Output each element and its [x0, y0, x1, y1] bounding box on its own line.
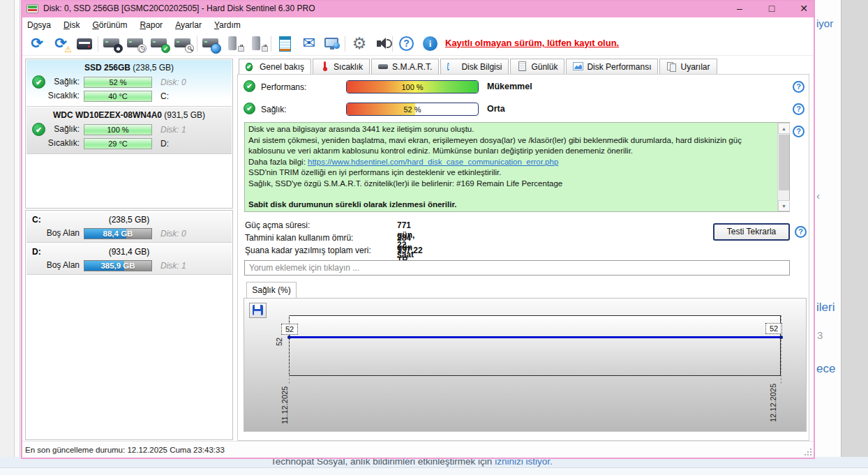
help-icon[interactable]: ? — [795, 226, 807, 238]
info-icon[interactable]: i — [420, 34, 441, 54]
notes-icon[interactable] — [275, 34, 296, 54]
health-bar: 52 % — [84, 77, 152, 88]
temp-bar: 40 °C — [84, 91, 152, 102]
menu-dosya[interactable]: Dosya — [21, 19, 57, 31]
tab-smart[interactable]: S.M.A.R.T. — [371, 59, 439, 75]
chart-plot-area — [289, 315, 781, 376]
tab-bar: ✔Genel bakış Sıcaklık S.M.A.R.T. iDisk B… — [239, 59, 719, 75]
menu-gorunum[interactable]: Görünüm — [86, 19, 133, 31]
maximize-button[interactable]: □ — [762, 1, 781, 15]
mail-icon[interactable]: ✉ — [299, 34, 320, 54]
close-button[interactable]: ✕ — [794, 1, 814, 15]
save-floppy-icon — [253, 305, 263, 315]
tab-uyarilar[interactable]: Uyarılar — [659, 59, 717, 75]
tab-disk-bilgisi[interactable]: iDisk Bilgisi — [440, 59, 509, 75]
disk-ref: Disk: 0 — [160, 77, 186, 87]
chart-point-label: 52 — [281, 324, 298, 335]
resize-grip[interactable] — [804, 448, 812, 456]
tab-gunluk[interactable]: Günlük — [510, 59, 564, 75]
globe-disk-icon[interactable] — [201, 34, 222, 54]
tab-sicaklik[interactable]: Sıcaklık — [313, 59, 370, 75]
sounds-speaker-icon[interactable] — [373, 34, 394, 54]
disk-clock-icon[interactable]: ◷ — [126, 34, 147, 54]
temp-label: Sıcaklık: — [48, 138, 80, 148]
disk-title: SSD 256GB (238,5 GB) — [27, 63, 232, 73]
stat-label: Tahmini kalan kullanım ömrü: — [245, 233, 353, 243]
help-icon[interactable]: ? — [793, 103, 805, 115]
scroll-thumb[interactable] — [779, 135, 789, 190]
status-text: En son güncelleme durumu: 12.12.2025 Cum… — [25, 446, 225, 454]
minimize-button[interactable]: – — [730, 1, 749, 15]
help-icon[interactable]: ? — [396, 34, 417, 54]
disk-icon — [378, 61, 389, 72]
message-line: Daha fazla bilgi: https://www.hdsentinel… — [248, 157, 774, 168]
chart-icon — [573, 61, 583, 72]
background-text-fragment: 3 — [817, 329, 823, 341]
remote-computer-icon[interactable] — [322, 34, 343, 54]
tab-genel-bakis[interactable]: ✔Genel bakış — [239, 59, 311, 75]
partition-size: (931,4 GB) — [27, 247, 232, 257]
app-window: Disk: 0, SSD 256GB [GSMC20C0202505] - Ha… — [21, 0, 815, 459]
partition-item-d[interactable]: D: (931,4 GB) Boş Alan 385,9 GB Disk: 1 — [27, 243, 232, 275]
health-ok-icon: ✔ — [244, 103, 255, 114]
health-bar: 100 % — [84, 124, 152, 135]
more-info-link[interactable]: https://www.hdsentinel.com/hard_disk_cas… — [308, 158, 558, 166]
free-space-label: Boş Alan — [47, 228, 80, 238]
menu-rapor[interactable]: Rapor — [133, 19, 169, 31]
chart-tab-saglik[interactable]: Sağlık (%) — [246, 282, 297, 299]
disk-item-ssd[interactable]: SSD 256GB (238,5 GB) ✔ Sağlık: 52 % Disk… — [27, 60, 232, 107]
message-line-bold: Sabit disk durumunun sürekli olarak izle… — [248, 199, 774, 211]
partition-size: (238,5 GB) — [27, 215, 232, 225]
disk-item-wdc[interactable]: WDC WD10EZEX-08WN4A0 (931,5 GB) ✔ Sağlık… — [27, 107, 232, 154]
message-scrollbar[interactable]: ▲ ▼ — [777, 123, 789, 211]
chart-point-left — [287, 335, 291, 339]
disk-ref: Disk: 1 — [160, 125, 186, 135]
help-icon[interactable]: ? — [793, 126, 805, 137]
background-text-fragment: ileri — [816, 301, 835, 315]
message-line: Disk ve ana bilgisayar arasında 3441 kez… — [248, 124, 774, 135]
stat-label: Güç açma süresi: — [245, 220, 310, 230]
overview-content: ✔ Performans: 100 % Mükemmel ? ✔ Sağlık:… — [237, 74, 809, 441]
background-text-fragment: iyor — [816, 17, 833, 29]
chart-xtick-right: 12.12.2025 — [769, 377, 777, 422]
drive-letter: D: — [160, 139, 169, 149]
disk-gauge-icon[interactable] — [102, 34, 123, 54]
chart-point-label: 52 — [765, 323, 782, 334]
disk-eject-icon[interactable] — [225, 34, 246, 54]
scroll-down-icon[interactable]: ▼ — [778, 200, 790, 211]
background-text-fragment: ‹ — [816, 190, 820, 202]
message-line: Ani sistem çökmesi, yeniden başlatma, ma… — [248, 135, 774, 157]
free-space-bar: 88,4 GB — [84, 228, 152, 239]
message-line: SSD'nin TRIM özelliği en iyi performans … — [248, 167, 774, 179]
background-lower-band — [0, 467, 868, 475]
menu-disk[interactable]: Disk — [57, 19, 86, 31]
disk-title: WDC WD10EZEX-08WN4A0 (931,5 GB) — [27, 110, 232, 120]
chart-save-button[interactable] — [249, 303, 267, 318]
disk-check-icon[interactable]: ✔ — [149, 34, 170, 54]
partition-item-c[interactable]: C: (238,5 GB) Boş Alan 88,4 GB Disk: 0 — [27, 211, 232, 243]
title-bar[interactable]: Disk: 0, SSD 256GB [GSMC20C0202505] - Ha… — [21, 0, 815, 17]
report-icon[interactable] — [74, 34, 95, 54]
disk-ref: Disk: 1 — [160, 261, 186, 271]
settings-gear-icon[interactable]: ⚙ — [349, 34, 370, 54]
document-icon — [517, 61, 527, 72]
menu-yardim[interactable]: Yardım — [208, 19, 247, 31]
temp-label: Sıcaklık: — [48, 91, 80, 100]
register-notice[interactable]: Kayıtlı olmayan sürüm, lütfen kayıt olun… — [445, 38, 654, 48]
disk-connect-icon[interactable] — [248, 34, 269, 54]
retest-button[interactable]: Testi Tekrarla — [713, 223, 790, 241]
health-label: Sağlık: — [261, 105, 287, 114]
tab-disk-performansi[interactable]: Disk Performansı — [566, 59, 658, 75]
toolbar: ⟳ ⟳⚠ ◷ ✔ ✉ ⚙ ? i Kayıtlı olmayan sürüm, … — [21, 32, 815, 56]
chart-ytick: 52 — [275, 329, 283, 346]
performance-bar: 100 % — [346, 80, 479, 93]
help-icon[interactable]: ? — [793, 81, 805, 93]
scroll-up-icon[interactable]: ▲ — [778, 123, 790, 134]
comment-input[interactable] — [244, 260, 790, 276]
menu-ayarlar[interactable]: Ayarlar — [169, 19, 208, 31]
refresh-icon[interactable]: ⟳ — [27, 34, 47, 54]
disk-search-icon[interactable] — [173, 34, 194, 54]
refresh-warning-icon[interactable]: ⟳⚠ — [50, 34, 71, 54]
pages-icon — [666, 61, 677, 72]
background-scrollbar-right — [841, 0, 868, 458]
